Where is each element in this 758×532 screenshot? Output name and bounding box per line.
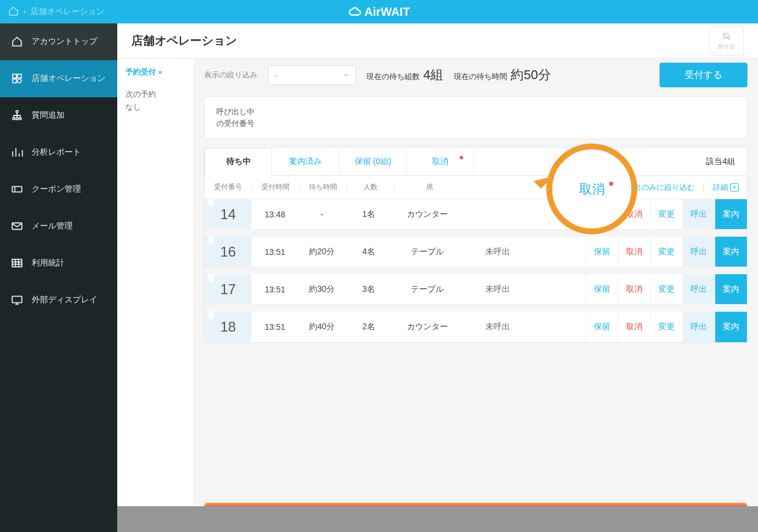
next-reservation-label: 次の予約: [125, 88, 185, 101]
tab-guided[interactable]: 案内済み: [272, 148, 339, 175]
row-status: 未呼出: [463, 237, 533, 267]
sidebar-item-mail[interactable]: メール管理: [0, 208, 117, 245]
sidebar-item-usage-stats[interactable]: 利用統計: [0, 245, 117, 282]
tab-hold[interactable]: 保留 (0組): [339, 148, 407, 175]
change-button[interactable]: 変更: [650, 237, 682, 267]
change-button[interactable]: 変更: [650, 199, 682, 229]
call-button[interactable]: 呼出: [682, 274, 715, 304]
sidebar-item-label: メール管理: [32, 221, 73, 231]
row-time: 13:48: [251, 199, 298, 229]
svg-rect-11: [12, 296, 22, 303]
row-status: 未呼出: [463, 312, 533, 342]
row-number: 16: [205, 237, 251, 267]
filter-dropdown[interactable]: -: [268, 65, 356, 85]
change-button[interactable]: 変更: [650, 312, 682, 342]
row-people: 1名: [345, 199, 392, 229]
row-time: 13:51: [251, 274, 298, 304]
table-row: 1413:48-1名カウンター保留取消変更呼出案内: [205, 199, 747, 230]
svg-rect-2: [13, 79, 16, 83]
page-header: 店舗オペレーション 受付音: [117, 23, 758, 59]
cancel-button[interactable]: 取消: [618, 199, 650, 229]
sidebar-item-external-display[interactable]: 外部ディスプレイ: [0, 282, 117, 319]
tab-label: 取消: [432, 156, 448, 167]
dropdown-value: -: [274, 71, 277, 80]
svg-rect-0: [13, 74, 16, 78]
accept-button[interactable]: 受付する: [660, 63, 747, 87]
guide-button[interactable]: 案内: [715, 312, 747, 342]
detail-link-label: 詳細: [713, 182, 728, 193]
row-seat: テーブル: [392, 237, 463, 267]
guide-button[interactable]: 案内: [715, 199, 747, 229]
sidebar: アカウントトップ 店舗オペレーション 質問追加 分析レポート クーポン管理 メー…: [0, 23, 117, 532]
filter-uncalled-link[interactable]: 未呼出のみに絞り込む: [618, 182, 695, 193]
wait-count-value: 4組: [423, 66, 443, 84]
th-time: 受付時間: [252, 182, 299, 192]
detail-expand-link[interactable]: 詳細 +: [713, 182, 739, 193]
wait-time-value: 約50分: [511, 66, 550, 84]
hold-button[interactable]: 保留: [586, 312, 618, 342]
result-count: 該当4組: [706, 156, 747, 167]
tab-label: 保留 (0組): [355, 156, 392, 167]
filter-row: 表示の絞り込み - 現在の待ち組数 4組 現在の待ち時間 約50分 受付する: [193, 59, 758, 91]
ticket-icon: [11, 183, 23, 196]
table-row: 1813:51約40分2名カウンター未呼出保留取消変更呼出案内: [205, 312, 747, 342]
wait-count: 現在の待ち組数 4組: [366, 66, 443, 84]
sidebar-item-store-ops[interactable]: 店舗オペレーション: [0, 60, 117, 97]
row-number: 18: [205, 312, 251, 342]
cancel-button[interactable]: 取消: [618, 237, 650, 267]
chart-icon: [11, 146, 23, 159]
plus-icon: +: [730, 183, 739, 192]
tab-label: 案内済み: [289, 156, 322, 167]
home-icon: [11, 35, 23, 48]
sidebar-item-label: 質問追加: [32, 110, 64, 121]
row-people: 2名: [345, 312, 392, 342]
hold-button[interactable]: 保留: [586, 237, 618, 267]
sidebar-item-questions[interactable]: 質問追加: [0, 97, 117, 134]
tab-cancelled[interactable]: 取消: [407, 148, 474, 175]
row-wait: -: [298, 199, 345, 229]
reservation-link[interactable]: 予約受付 »: [125, 67, 185, 77]
wait-count-label: 現在の待ち組数: [366, 71, 420, 82]
tab-waiting[interactable]: 待ち中: [205, 148, 272, 176]
double-chevron-icon: »: [158, 68, 162, 76]
change-button[interactable]: 変更: [650, 274, 682, 304]
tabs: 待ち中 案内済み 保留 (0組) 取消 該当4組: [204, 147, 747, 175]
mail-icon: [11, 220, 23, 233]
ops-icon: [11, 72, 23, 85]
home-icon[interactable]: [8, 6, 19, 18]
sidebar-item-account-top[interactable]: アカウントトップ: [0, 23, 117, 60]
reservation-link-label: 予約受付: [125, 67, 156, 77]
table-row: 1613:51約20分4名テーブル未呼出保留取消変更呼出案内: [205, 237, 747, 267]
sidebar-item-analytics[interactable]: 分析レポート: [0, 134, 117, 171]
hold-button[interactable]: 保留: [586, 274, 618, 304]
cancel-button[interactable]: 取消: [618, 274, 650, 304]
main: 店舗オペレーション 受付音 予約受付 » 次の予約 なし 表示の絞り込み -: [117, 23, 758, 532]
sidebar-item-label: 店舗オペレーション: [32, 73, 106, 84]
guide-button[interactable]: 案内: [715, 274, 747, 304]
table-header: 受付番号 受付時間 待ち時間 人数 席 未呼出のみに絞り込む | 詳細 +: [205, 176, 747, 199]
call-button[interactable]: 呼出: [682, 237, 715, 267]
sidebar-item-label: 分析レポート: [32, 147, 81, 158]
sidebar-item-coupons[interactable]: クーポン管理: [0, 171, 117, 208]
sidebar-item-label: 外部ディスプレイ: [32, 295, 97, 305]
th-wait: 待ち時間: [300, 182, 346, 192]
call-button[interactable]: 呼出: [682, 199, 715, 229]
calling-box: 呼び出し中 の受付番号: [204, 96, 747, 139]
sub-column: 予約受付 » 次の予約 なし: [117, 59, 193, 532]
sound-toggle[interactable]: 受付音: [709, 26, 744, 56]
row-wait: 約20分: [298, 237, 345, 267]
svg-point-6: [16, 118, 18, 120]
wait-time-label: 現在の待ち時間: [454, 71, 507, 82]
svg-point-3: [18, 79, 21, 83]
th-number: 受付番号: [205, 182, 251, 192]
row-number: 17: [205, 274, 251, 304]
call-button[interactable]: 呼出: [682, 312, 715, 342]
hold-button[interactable]: 保留: [586, 199, 618, 229]
sound-label: 受付音: [718, 43, 735, 51]
cancel-button[interactable]: 取消: [618, 312, 650, 342]
queue-table: 受付番号 受付時間 待ち時間 人数 席 未呼出のみに絞り込む | 詳細 +: [204, 175, 747, 343]
svg-rect-8: [12, 186, 22, 192]
row-time: 13:51: [251, 237, 298, 267]
monitor-icon: [11, 294, 23, 306]
guide-button[interactable]: 案内: [715, 237, 747, 267]
